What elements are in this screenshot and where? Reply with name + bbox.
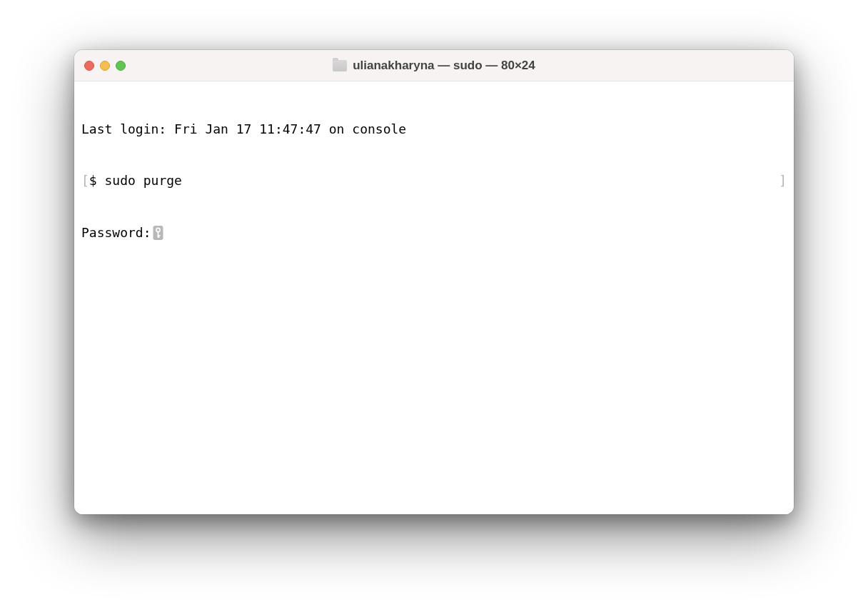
window-title-container: ulianakharyna — sudo — 80×24 <box>74 59 794 73</box>
close-button[interactable] <box>84 61 94 71</box>
maximize-button[interactable] <box>116 61 126 71</box>
command-text: sudo purge <box>105 173 182 188</box>
svg-rect-3 <box>157 235 160 236</box>
bracket-open: [ <box>81 173 89 188</box>
prompt-left: [$ sudo purge <box>81 172 182 189</box>
last-login-line: Last login: Fri Jan 17 11:47:47 on conso… <box>81 121 787 138</box>
terminal-window: ulianakharyna — sudo — 80×24 Last login:… <box>74 50 794 514</box>
folder-icon <box>333 60 347 71</box>
svg-rect-2 <box>157 231 158 237</box>
prompt-symbol: $ <box>89 173 105 188</box>
key-icon <box>153 226 163 240</box>
traffic-lights <box>84 61 126 71</box>
password-prompt: Password: <box>81 225 151 240</box>
title-bar: ulianakharyna — sudo — 80×24 <box>74 50 794 81</box>
window-title: ulianakharyna — sudo — 80×24 <box>353 59 535 73</box>
svg-rect-4 <box>157 237 159 239</box>
minimize-button[interactable] <box>100 61 110 71</box>
command-line: [$ sudo purge ] <box>81 172 787 189</box>
bracket-close: ] <box>779 172 787 189</box>
password-line: Password: <box>81 224 787 241</box>
terminal-body[interactable]: Last login: Fri Jan 17 11:47:47 on conso… <box>74 81 794 514</box>
